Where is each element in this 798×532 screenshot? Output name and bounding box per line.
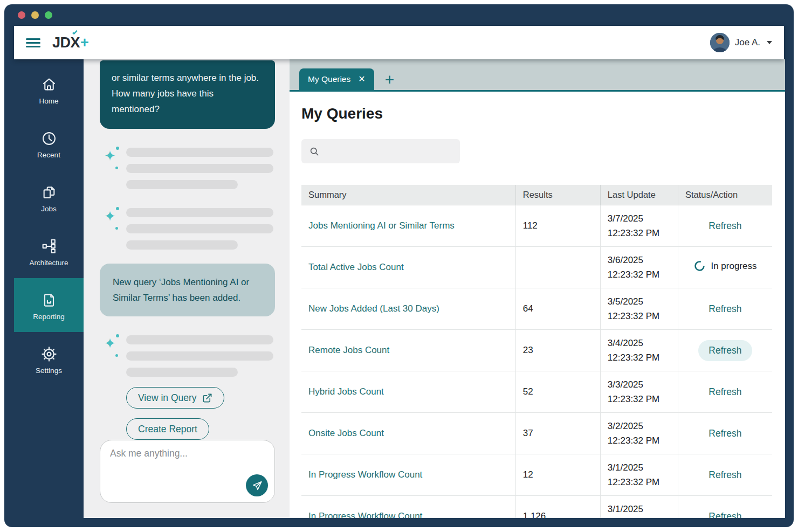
search-input[interactable] bbox=[325, 147, 452, 156]
tab-my-queries[interactable]: My Queries ✕ bbox=[299, 68, 374, 90]
send-button[interactable] bbox=[246, 474, 268, 496]
system-message-bubble: New query ‘Jobs Mentioning AI or Similar… bbox=[100, 264, 275, 316]
chevron-down-icon bbox=[767, 41, 772, 44]
create-report-label: Create Report bbox=[138, 424, 197, 435]
close-window-button[interactable] bbox=[18, 11, 25, 19]
view-in-query-button[interactable]: View in Query bbox=[126, 387, 224, 409]
query-link[interactable]: Onsite Jobs Count bbox=[308, 428, 384, 438]
refresh-button[interactable]: Refresh bbox=[698, 465, 752, 486]
refresh-button[interactable]: Refresh bbox=[698, 216, 752, 237]
refresh-button-hovered[interactable]: Refresh bbox=[698, 340, 752, 361]
paper-plane-icon bbox=[251, 480, 263, 492]
minimize-window-button[interactable] bbox=[31, 11, 39, 19]
documents-icon bbox=[40, 184, 58, 201]
results-value: 23 bbox=[515, 330, 600, 371]
external-link-icon bbox=[202, 393, 212, 403]
sidebar-item-label: Recent bbox=[37, 151, 60, 159]
sidebar-item-label: Architecture bbox=[29, 259, 68, 267]
logo-plus: + bbox=[80, 34, 88, 51]
table-row: In Progress Workflow Count 12 3/1/202512… bbox=[301, 454, 772, 496]
table-row: Remote Jobs Count 23 3/4/202512:23:32 PM… bbox=[301, 330, 772, 371]
user-menu[interactable]: Joe A. bbox=[710, 33, 772, 52]
ai-response-skeleton: ✦ bbox=[84, 334, 290, 377]
refresh-button[interactable]: Refresh bbox=[698, 382, 752, 403]
window-titlebar bbox=[4, 4, 794, 26]
results-value: 64 bbox=[515, 288, 600, 330]
main-panel: My Queries ✕ + My Queries bbox=[290, 59, 785, 518]
in-progress-status: In progress bbox=[693, 260, 756, 272]
column-header-results: Results bbox=[515, 185, 600, 205]
sidebar-item-settings[interactable]: Settings bbox=[14, 332, 84, 386]
query-link[interactable]: Hybrid Jobs Count bbox=[308, 386, 384, 397]
sparkle-icon: ✦ bbox=[104, 207, 119, 231]
last-update-value: 3/3/202512:23:32 PM bbox=[600, 371, 678, 413]
home-icon bbox=[40, 76, 58, 93]
app-logo: JDX+ bbox=[52, 34, 88, 51]
sidebar-item-architecture[interactable]: Architecture bbox=[14, 224, 84, 278]
logo-x: X bbox=[71, 34, 80, 51]
search-box bbox=[301, 139, 460, 163]
sidebar-item-label: Settings bbox=[36, 367, 62, 375]
query-link[interactable]: In Progress Workflow Count bbox=[308, 469, 422, 480]
sitemap-icon bbox=[40, 238, 58, 255]
sparkle-icon: ✦ bbox=[104, 147, 119, 170]
sidebar-item-jobs[interactable]: Jobs bbox=[14, 170, 84, 224]
avatar bbox=[710, 33, 730, 52]
sidebar-item-reporting[interactable]: Reporting bbox=[14, 278, 84, 332]
table-row: Jobs Mentioning AI or Similar Terms 112 … bbox=[301, 205, 772, 247]
sidebar-item-recent[interactable]: Recent bbox=[14, 116, 84, 170]
table-header-row: Summary Results Last Update Status/Actio… bbox=[301, 185, 772, 205]
table-row: Hybrid Jobs Count 52 3/3/202512:23:32 PM… bbox=[301, 371, 772, 413]
menu-icon[interactable] bbox=[26, 38, 40, 47]
app-header: JDX+ Joe A. bbox=[14, 26, 784, 59]
in-progress-label: In progress bbox=[711, 261, 756, 272]
last-update-value: 3/1/202512:23:32 PM bbox=[600, 454, 678, 496]
tab-strip: My Queries ✕ + bbox=[290, 59, 785, 92]
results-value: 1,126 bbox=[515, 496, 600, 519]
query-link[interactable]: Total Active Jobs Count bbox=[308, 262, 404, 272]
chat-composer bbox=[100, 440, 275, 503]
results-value: 12 bbox=[515, 454, 600, 496]
logo-jd: JD bbox=[52, 34, 71, 51]
results-value: 52 bbox=[515, 371, 600, 413]
app-window: JDX+ Joe A. Home bbox=[4, 4, 794, 527]
user-name: Joe A. bbox=[735, 37, 760, 48]
sidebar-item-label: Home bbox=[39, 97, 58, 105]
chat-panel: or similar terms anywhere in the job. Ho… bbox=[84, 59, 290, 518]
refresh-button[interactable]: Refresh bbox=[698, 299, 752, 320]
chat-input[interactable] bbox=[110, 448, 265, 480]
zoom-window-button[interactable] bbox=[45, 11, 52, 19]
sidebar-item-home[interactable]: Home bbox=[14, 63, 84, 116]
last-update-value: 3/4/202512:23:32 PM bbox=[600, 330, 678, 371]
query-link[interactable]: In Progress Workflow Count bbox=[308, 511, 422, 518]
refresh-button[interactable]: Refresh bbox=[698, 506, 752, 519]
results-value: 37 bbox=[515, 413, 600, 454]
last-update-value: 3/7/202512:23:32 PM bbox=[600, 205, 678, 247]
refresh-button[interactable]: Refresh bbox=[698, 423, 752, 444]
user-message-bubble: or similar terms anywhere in the job. Ho… bbox=[100, 60, 275, 129]
table-row: In Progress Workflow Count 1,126 3/1/202… bbox=[301, 496, 772, 519]
table-row: New Jobs Added (Last 30 Days) 64 3/5/202… bbox=[301, 288, 772, 330]
column-header-summary: Summary bbox=[301, 185, 515, 205]
column-header-last-update: Last Update bbox=[600, 185, 678, 205]
table-row: Onsite Jobs Count 37 3/2/202512:23:32 PM… bbox=[301, 413, 772, 454]
results-value bbox=[515, 247, 600, 288]
last-update-value: 3/2/202512:23:32 PM bbox=[600, 413, 678, 454]
queries-table: Summary Results Last Update Status/Actio… bbox=[301, 185, 772, 518]
sidebar-item-label: Reporting bbox=[33, 313, 65, 321]
ai-response-skeleton: ✦ bbox=[84, 207, 290, 250]
close-tab-icon[interactable]: ✕ bbox=[358, 75, 365, 84]
column-header-status-action: Status/Action bbox=[678, 185, 772, 205]
query-link[interactable]: Jobs Mentioning AI or Similar Terms bbox=[308, 220, 455, 231]
page-title: My Queries bbox=[301, 105, 772, 122]
query-link[interactable]: Remote Jobs Count bbox=[308, 345, 389, 355]
tab-label: My Queries bbox=[308, 74, 350, 84]
my-queries-page: My Queries Summary Results Last Update bbox=[290, 92, 785, 518]
last-update-value: 3/5/202512:23:32 PM bbox=[600, 288, 678, 330]
query-link[interactable]: New Jobs Added (Last 30 Days) bbox=[308, 303, 439, 314]
new-tab-button[interactable]: + bbox=[385, 72, 395, 88]
sidebar: Home Recent Jobs Architec bbox=[14, 59, 84, 518]
gear-icon bbox=[40, 346, 58, 363]
create-report-button[interactable]: Create Report bbox=[126, 418, 209, 440]
sparkle-icon: ✦ bbox=[104, 334, 119, 358]
